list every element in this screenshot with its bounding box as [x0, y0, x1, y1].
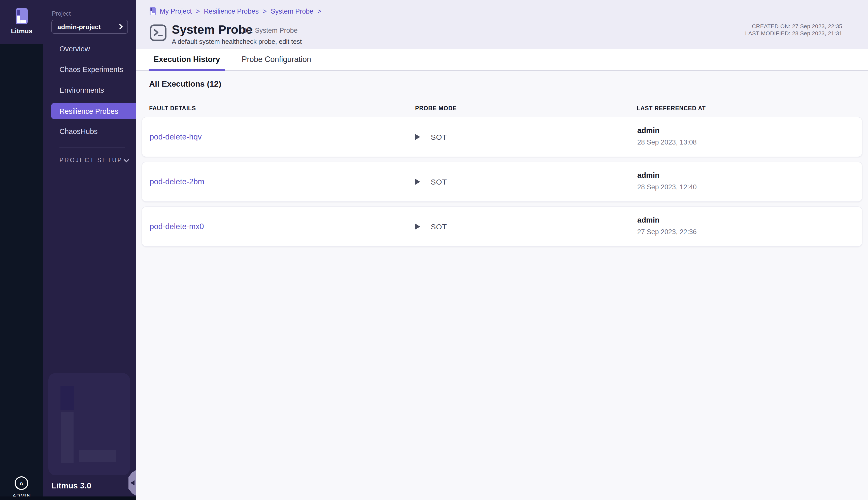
play-icon[interactable]: [415, 134, 420, 140]
collapse-sidebar-handle[interactable]: [128, 470, 136, 496]
page-title: System Probe: [172, 23, 252, 37]
referenced-by: admin: [637, 216, 660, 224]
last-modified: LAST MODIFIED: 28 Sep 2023, 21:31: [745, 30, 842, 37]
version-label: Litmus 3.0: [52, 481, 91, 490]
sidebar: Project admin-project Overview Chaos Exp…: [43, 0, 136, 500]
fault-link[interactable]: pod-delete-hqv: [150, 133, 202, 141]
litmus-logo-label: Litmus: [0, 27, 43, 35]
breadcrumb-my-project[interactable]: My Project: [160, 8, 192, 15]
column-header-fault-details: FAULT DETAILS: [149, 105, 196, 111]
execution-row: pod-delete-2bm SOT admin 28 Sep 2023, 12…: [142, 162, 863, 202]
breadcrumb-separator: >: [263, 8, 267, 15]
execution-row: pod-delete-mx0 SOT admin 27 Sep 2023, 22…: [142, 206, 863, 247]
probe-meta: CREATED ON: 27 Sep 2023, 22:35 LAST MODI…: [745, 23, 842, 37]
project-label: Project: [52, 10, 71, 17]
probe-mode: SOT: [431, 178, 447, 186]
litmus-logo-icon[interactable]: [15, 8, 28, 24]
created-on: CREATED ON: 27 Sep 2023, 22:35: [745, 23, 842, 30]
column-header-probe-mode: PROBE MODE: [415, 105, 456, 111]
project-selector-value: admin-project: [57, 23, 101, 31]
litmus-app: Litmus A ADMIN Project admin-project Ove…: [0, 0, 868, 500]
breadcrumb-resilience-probes[interactable]: Resilience Probes: [204, 8, 259, 15]
breadcrumb-separator: >: [317, 8, 322, 15]
breadcrumb: My Project > Resilience Probes > System …: [150, 7, 322, 15]
litmus-watermark: [48, 373, 130, 475]
play-icon[interactable]: [415, 179, 420, 185]
sidebar-bottom-strip: [0, 497, 136, 500]
referenced-at: 28 Sep 2023, 12:40: [637, 183, 697, 191]
terminal-icon: [150, 24, 167, 41]
breadcrumb-logo-icon: [150, 7, 156, 15]
probe-mode: SOT: [431, 222, 447, 231]
probe-mode: SOT: [431, 133, 447, 141]
tab-probe-configuration[interactable]: Probe Configuration: [237, 49, 316, 70]
column-header-last-referenced-at: LAST REFERENCED AT: [637, 105, 706, 111]
project-selector[interactable]: admin-project: [52, 20, 128, 34]
probe-id: ID: System Probe: [244, 27, 298, 34]
sidebar-divider: [59, 148, 125, 148]
referenced-by: admin: [637, 171, 660, 179]
breadcrumb-separator: >: [196, 8, 200, 15]
execution-row: pod-delete-hqv SOT admin 28 Sep 2023, 13…: [142, 117, 863, 157]
executions-panel: All Executions (12) FAULT DETAILS PROBE …: [136, 71, 868, 500]
chevron-right-icon: [117, 24, 123, 30]
collapse-arrow-icon: [131, 480, 135, 485]
play-icon[interactable]: [415, 224, 420, 230]
left-rail: Litmus A ADMIN: [0, 0, 43, 500]
main-area: My Project > Resilience Probes > System …: [136, 0, 868, 500]
sidebar-item-resilience-probes[interactable]: Resilience Probes: [51, 103, 136, 120]
breadcrumb-system-probe[interactable]: System Probe: [271, 8, 314, 15]
fault-link[interactable]: pod-delete-2bm: [150, 177, 204, 186]
referenced-by: admin: [637, 126, 660, 134]
sidebar-item-environments[interactable]: Environments: [51, 82, 136, 98]
referenced-at: 28 Sep 2023, 13:08: [637, 138, 697, 146]
tab-bar: Execution History Probe Configuration: [136, 49, 868, 71]
fault-link[interactable]: pod-delete-mx0: [150, 222, 204, 231]
sidebar-item-chaoshubs[interactable]: ChaosHubs: [51, 123, 136, 139]
page-header: My Project > Resilience Probes > System …: [136, 0, 868, 49]
tab-execution-history[interactable]: Execution History: [149, 49, 225, 70]
chevron-down-icon: [124, 157, 129, 162]
sidebar-item-overview[interactable]: Overview: [51, 40, 136, 57]
project-setup-label: PROJECT SETUP: [59, 157, 122, 164]
referenced-at: 27 Sep 2023, 22:36: [637, 228, 697, 236]
avatar[interactable]: A: [15, 476, 28, 490]
probe-description: A default system healthcheck probe, edit…: [172, 38, 302, 45]
sidebar-item-chaos-experiments[interactable]: Chaos Experiments: [51, 61, 136, 78]
project-setup-toggle[interactable]: PROJECT SETUP: [59, 157, 128, 164]
all-executions-title: All Executions (12): [149, 80, 221, 89]
